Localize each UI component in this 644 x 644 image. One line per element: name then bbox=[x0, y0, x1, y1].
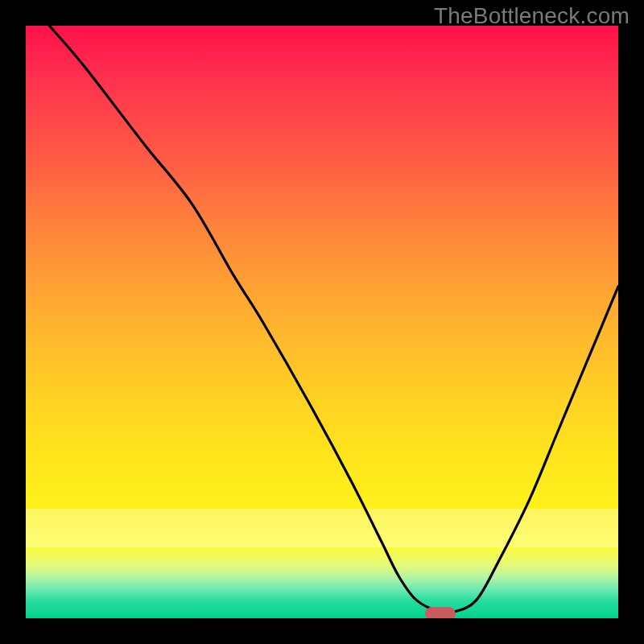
curve-path bbox=[49, 26, 618, 613]
curve-svg bbox=[26, 26, 618, 618]
chart-frame: TheBottleneck.com bbox=[0, 0, 644, 644]
optimal-marker bbox=[425, 607, 456, 619]
plot-area bbox=[26, 26, 618, 618]
watermark-text: TheBottleneck.com bbox=[434, 3, 630, 29]
